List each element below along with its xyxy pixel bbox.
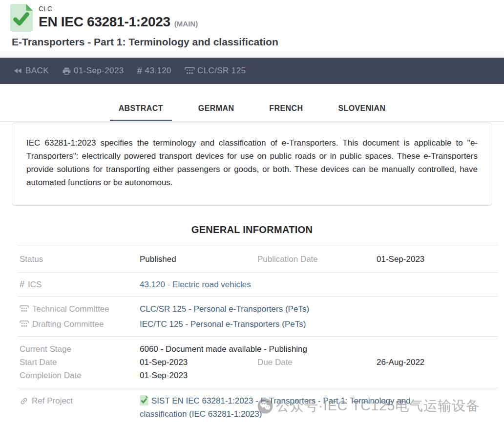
publication-date-text: 01-Sep-2023 (74, 66, 124, 76)
abstract-panel: IEC 63281-1:2023 specifies the terminolo… (12, 123, 492, 206)
hash-icon: # (20, 278, 24, 291)
ref-project-text: SIST EN IEC 63281-1:2023 - E-Transporter… (140, 396, 411, 419)
tab-german[interactable]: GERMAN (189, 98, 243, 121)
start-date-label: Start Date (20, 356, 140, 369)
committee-icon (20, 320, 29, 328)
general-information-table: Status Published Publication Date 01-Sep… (18, 246, 498, 426)
committee-item: CLC/SR 125 (185, 66, 246, 76)
printer-icon (62, 66, 71, 76)
organization-label: CLC (39, 4, 198, 13)
link-icon (18, 395, 30, 407)
due-date-label: Due Date (257, 356, 377, 369)
ics-value-link[interactable]: 43.120 - Electric road vehicles (140, 278, 498, 291)
status-label: Status (20, 253, 140, 266)
current-stage-label: Current Stage (20, 342, 140, 356)
status-value: Published (140, 253, 257, 266)
committee-code-text: CLC/SR 125 (197, 66, 246, 76)
ics-label: ICS (28, 278, 42, 291)
table-row-status: Status Published Publication Date 01-Sep… (18, 246, 498, 273)
drafting-committee-label: Drafting Committee (32, 318, 104, 331)
abstract-text: IEC 63281-1:2023 specifies the terminolo… (26, 136, 478, 189)
rewind-icon (13, 66, 23, 76)
publication-date-value: 01-Sep-2023 (377, 253, 498, 266)
tab-french[interactable]: FRENCH (260, 98, 312, 121)
page-title: EN IEC 63281-1:2023 (39, 14, 170, 30)
standard-detail-page: CLC EN IEC 63281-1:2023 (MAIN) E-Transpo… (0, 0, 504, 426)
document-check-icon (10, 4, 33, 32)
publication-date-label: Publication Date (257, 253, 377, 266)
start-date-value: 01-Sep-2023 (140, 356, 257, 369)
ics-item: # 43.120 (137, 65, 171, 76)
committee-icon (185, 67, 195, 75)
due-date-value: 26-Aug-2022 (377, 356, 498, 369)
table-row-ics: # ICS 43.120 - Electric road vehicles (18, 273, 498, 297)
ref-project-link[interactable]: SIST EN IEC 63281-1:2023 - E-Transporter… (140, 394, 448, 421)
general-information-heading: GENERAL INFORMATION (0, 224, 504, 235)
hash-icon: # (137, 65, 143, 76)
tab-abstract[interactable]: ABSTRACT (110, 98, 172, 121)
tab-slovenian[interactable]: SLOVENIAN (329, 98, 394, 121)
drafting-committee-link[interactable]: IEC/TC 125 - Personal e-Transporters (Pe… (140, 318, 498, 331)
technical-committee-link[interactable]: CLC/SR 125 - Personal e-Transporters (Pe… (140, 302, 498, 316)
title-suffix: (MAIN) (174, 20, 198, 28)
language-tabbar: ABSTRACT GERMAN FRENCH SLOVENIAN (0, 98, 504, 122)
completion-date-value: 01-Sep-2023 (140, 369, 257, 382)
ref-project-label: Ref Project (32, 394, 73, 407)
print-date-item: 01-Sep-2023 (62, 66, 124, 76)
page-subtitle: E-Transporters - Part 1: Terminology and… (12, 36, 494, 48)
committee-icon (20, 305, 29, 313)
back-button[interactable]: BACK (13, 66, 49, 76)
toolbar: BACK 01-Sep-2023 # 43.120 (0, 58, 504, 84)
table-row-ref-project: Ref Project SIST EN IEC 63281-1:2023 - E… (18, 388, 498, 426)
document-check-icon (140, 395, 148, 405)
technical-committee-label: Technical Committee (32, 302, 109, 316)
table-row-stage: Current Stage 6060 - Document made avail… (18, 337, 498, 388)
pre-nav-strip (0, 51, 504, 58)
completion-date-label: Completion Date (20, 369, 140, 382)
current-stage-value: 6060 - Document made available - Publish… (140, 342, 498, 356)
ics-code-text: 43.120 (145, 66, 171, 76)
page-header: CLC EN IEC 63281-1:2023 (MAIN) E-Transpo… (0, 0, 504, 51)
table-row-committees: Technical Committee CLC/SR 125 - Persona… (18, 297, 498, 337)
back-label: BACK (25, 66, 49, 76)
